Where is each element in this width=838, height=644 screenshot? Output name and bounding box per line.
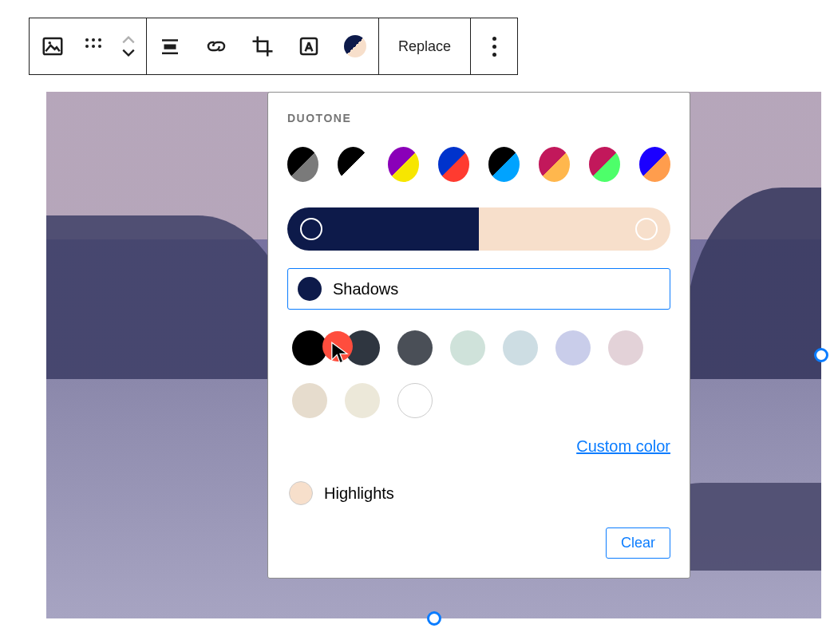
- shadows-swatch: [298, 277, 322, 301]
- link-button[interactable]: [193, 18, 239, 74]
- shadow-ring-icon: [300, 218, 322, 240]
- duotone-button[interactable]: [332, 18, 378, 74]
- custom-color-row: Custom color: [287, 437, 670, 456]
- replace-button[interactable]: Replace: [379, 18, 470, 74]
- crop-button[interactable]: [239, 18, 286, 74]
- palette-color-3[interactable]: [450, 330, 485, 365]
- shadows-field[interactable]: [287, 268, 670, 310]
- svg-point-1: [49, 41, 52, 45]
- drag-icon: [85, 38, 101, 54]
- align-icon: [158, 34, 182, 58]
- more-options-button[interactable]: [471, 18, 517, 74]
- toolbar-group-replace: Replace: [379, 18, 471, 74]
- highlight-ring-icon: [635, 218, 658, 240]
- duotone-preset-0[interactable]: [287, 147, 318, 182]
- more-icon: [492, 37, 496, 57]
- palette-color-9[interactable]: [397, 383, 433, 418]
- duotone-presets: [287, 147, 670, 182]
- text-overlay-button[interactable]: [286, 18, 332, 74]
- duotone-preset-2[interactable]: [388, 147, 419, 182]
- image-icon: [41, 34, 65, 58]
- duotone-preset-3[interactable]: [438, 147, 469, 182]
- toolbar-group-format: [147, 18, 379, 74]
- toolbar-group-block: [30, 18, 147, 74]
- palette-color-6[interactable]: [608, 330, 643, 365]
- block-type-image-button[interactable]: [30, 18, 76, 74]
- highlights-field[interactable]: Highlights: [287, 473, 670, 513]
- palette-color-2[interactable]: [397, 330, 433, 365]
- popover-title: DUOTONE: [287, 112, 670, 124]
- align-button[interactable]: [147, 18, 193, 74]
- pair-shadow-side: [287, 207, 479, 251]
- palette-color-4[interactable]: [503, 330, 538, 365]
- replace-label: Replace: [398, 38, 451, 55]
- block-toolbar: Replace: [29, 18, 518, 75]
- duotone-pair-bar[interactable]: [287, 207, 670, 251]
- svg-rect-5: [301, 38, 317, 54]
- text-overlay-icon: [297, 34, 321, 58]
- highlights-label: Highlights: [324, 484, 394, 503]
- highlights-swatch: [289, 481, 313, 505]
- clear-button[interactable]: Clear: [606, 527, 670, 559]
- cursor-arrow-icon: [330, 342, 350, 367]
- palette-color-8[interactable]: [345, 383, 380, 418]
- resize-handle-bottom[interactable]: [427, 611, 441, 626]
- toolbar-group-more: [471, 18, 517, 74]
- custom-color-link[interactable]: Custom color: [576, 437, 670, 455]
- duotone-preset-1[interactable]: [338, 147, 369, 182]
- duotone-preset-7[interactable]: [639, 147, 670, 182]
- duotone-preset-6[interactable]: [589, 147, 620, 182]
- move-down-button[interactable]: [121, 48, 136, 57]
- block-mover: [111, 18, 146, 74]
- duotone-preset-4[interactable]: [488, 147, 520, 182]
- pair-highlight-side: [479, 207, 670, 251]
- crop-icon: [251, 34, 275, 58]
- shadows-input[interactable]: [333, 280, 660, 298]
- duotone-icon: [344, 35, 366, 57]
- move-up-button[interactable]: [121, 35, 136, 45]
- svg-rect-3: [164, 45, 176, 49]
- link-icon: [204, 34, 228, 58]
- palette-color-7[interactable]: [292, 383, 327, 418]
- palette-color-5[interactable]: [555, 330, 591, 365]
- resize-handle-right[interactable]: [814, 348, 828, 362]
- duotone-preset-5[interactable]: [539, 147, 570, 182]
- drag-handle[interactable]: [76, 18, 111, 74]
